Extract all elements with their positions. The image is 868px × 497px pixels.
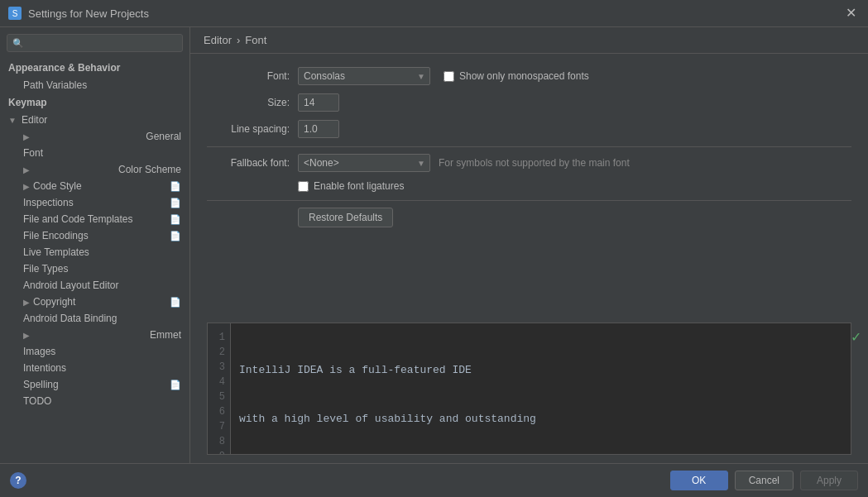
sidebar-item-file-code-templates[interactable]: File and Code Templates 📄: [0, 211, 189, 227]
show-monospaced-checkbox[interactable]: [444, 71, 454, 82]
sidebar-item-file-types[interactable]: File Types: [0, 260, 189, 277]
preview-container: 1 2 3 4 5 6 7 8 9 IntelliJ IDEA is a ful…: [190, 323, 868, 463]
divider: [207, 146, 851, 147]
code-style-page-icon: 📄: [170, 181, 181, 192]
show-monospaced-checkbox-label[interactable]: Show only monospaced fonts: [444, 70, 589, 82]
ok-button[interactable]: OK: [670, 471, 728, 490]
sidebar-item-color-scheme[interactable]: ▶ Color Scheme: [0, 161, 189, 178]
sidebar: 🔍 Appearance & Behavior Path Variables K…: [0, 27, 190, 463]
sidebar-item-file-encodings[interactable]: File Encodings 📄: [0, 227, 189, 244]
preview-line-2: with a high level of usability and outst…: [239, 411, 842, 428]
sidebar-item-spelling[interactable]: Spelling 📄: [0, 376, 189, 393]
restore-defaults-button[interactable]: Restore Defaults: [298, 208, 393, 227]
editor-arrow-icon: ▼: [8, 116, 18, 125]
font-select-wrapper: Consolas Courier New DejaVu Sans Mono Fi…: [298, 67, 430, 85]
breadcrumb-font: Font: [245, 34, 266, 46]
sidebar-item-code-style[interactable]: ▶ Code Style 📄: [0, 178, 189, 194]
footer-left: ?: [10, 472, 26, 489]
right-panel: Editor › Font Font: Consolas Courier New…: [190, 27, 868, 463]
cancel-button[interactable]: Cancel: [735, 471, 794, 490]
search-icon: 🔍: [12, 38, 24, 49]
line-spacing-input[interactable]: [298, 120, 339, 138]
line-spacing-row: Line spacing:: [207, 120, 851, 138]
font-label: Font:: [207, 70, 298, 82]
dialog: S Settings for New Projects ✕ 🔍 Appearan…: [0, 0, 868, 497]
preview-code: IntelliJ IDEA is a full-featured IDE wit…: [231, 323, 851, 454]
line-spacing-label: Line spacing:: [207, 123, 298, 135]
window-title: Settings for New Projects: [28, 7, 842, 20]
spelling-page-icon: 📄: [170, 380, 181, 390]
show-monospaced-label: Show only monospaced fonts: [459, 70, 589, 82]
check-icon: ✓: [851, 329, 861, 345]
preview-area: 1 2 3 4 5 6 7 8 9 IntelliJ IDEA is a ful…: [207, 323, 851, 455]
breadcrumb: Editor › Font: [190, 27, 868, 54]
fallback-hint: For symbols not supported by the main fo…: [439, 157, 630, 169]
line-numbers: 1 2 3 4 5 6 7 8 9: [208, 323, 231, 454]
breadcrumb-separator: ›: [237, 34, 240, 46]
sidebar-item-android-data-binding[interactable]: Android Data Binding: [0, 310, 189, 327]
general-arrow-icon: ▶: [23, 132, 30, 141]
file-code-templates-page-icon: 📄: [170, 214, 181, 225]
emmet-arrow-icon: ▶: [23, 331, 30, 340]
font-row: Font: Consolas Courier New DejaVu Sans M…: [207, 67, 851, 85]
sidebar-item-live-templates[interactable]: Live Templates: [0, 244, 189, 260]
main-content: 🔍 Appearance & Behavior Path Variables K…: [0, 27, 868, 463]
size-label: Size:: [207, 97, 298, 108]
footer-right: OK Cancel Apply: [670, 471, 858, 490]
color-scheme-arrow-icon: ▶: [23, 165, 30, 174]
enable-ligatures-checkbox-label[interactable]: Enable font ligatures: [298, 180, 404, 192]
enable-ligatures-row: Enable font ligatures: [207, 180, 851, 192]
sidebar-item-copyright[interactable]: ▶ Copyright 📄: [0, 294, 189, 310]
sidebar-item-editor[interactable]: ▼ Editor: [0, 112, 189, 128]
sidebar-item-intentions[interactable]: Intentions: [0, 360, 189, 376]
sidebar-item-font[interactable]: Font: [0, 145, 189, 161]
sidebar-item-images[interactable]: Images: [0, 343, 189, 360]
fallback-font-select[interactable]: <None> Arial Helvetica: [298, 154, 430, 172]
divider-2: [207, 200, 851, 201]
inspections-page-icon: 📄: [170, 198, 181, 208]
sidebar-item-appearance-behavior[interactable]: Appearance & Behavior: [0, 59, 189, 77]
copyright-page-icon: 📄: [170, 297, 181, 308]
file-encodings-page-icon: 📄: [170, 231, 181, 241]
fallback-font-row: Fallback font: <None> Arial Helvetica ▼ …: [207, 154, 851, 172]
size-row: Size:: [207, 93, 851, 112]
sidebar-item-android-layout-editor[interactable]: Android Layout Editor: [0, 277, 189, 294]
footer: ? OK Cancel Apply: [0, 463, 868, 497]
sidebar-item-inspections[interactable]: Inspections 📄: [0, 194, 189, 211]
title-bar: S Settings for New Projects ✕: [0, 0, 868, 27]
size-input[interactable]: [298, 93, 339, 112]
sidebar-item-general[interactable]: ▶ General: [0, 128, 189, 145]
breadcrumb-editor: Editor: [204, 34, 232, 46]
sidebar-item-path-variables[interactable]: Path Variables: [0, 77, 189, 93]
fallback-font-select-wrapper: <None> Arial Helvetica ▼: [298, 154, 430, 172]
help-button[interactable]: ?: [10, 472, 26, 489]
apply-button[interactable]: Apply: [800, 471, 858, 490]
app-icon: S: [8, 7, 22, 20]
copyright-arrow-icon: ▶: [23, 298, 30, 307]
fallback-font-label: Fallback font:: [207, 157, 298, 169]
preview-line-1: IntelliJ IDEA is a full-featured IDE: [239, 362, 842, 379]
close-button[interactable]: ✕: [842, 5, 860, 22]
form-area: Font: Consolas Courier New DejaVu Sans M…: [190, 54, 868, 323]
sidebar-item-emmet[interactable]: ▶ Emmet: [0, 327, 189, 343]
code-style-arrow-icon: ▶: [23, 182, 30, 191]
sidebar-item-keymap[interactable]: Keymap: [0, 93, 189, 112]
font-select[interactable]: Consolas Courier New DejaVu Sans Mono Fi…: [298, 67, 430, 85]
search-box[interactable]: 🔍: [7, 34, 183, 52]
search-input[interactable]: [27, 37, 177, 49]
enable-ligatures-checkbox[interactable]: [298, 181, 309, 192]
sidebar-item-todo[interactable]: TODO: [0, 393, 189, 409]
enable-ligatures-label: Enable font ligatures: [314, 180, 404, 192]
